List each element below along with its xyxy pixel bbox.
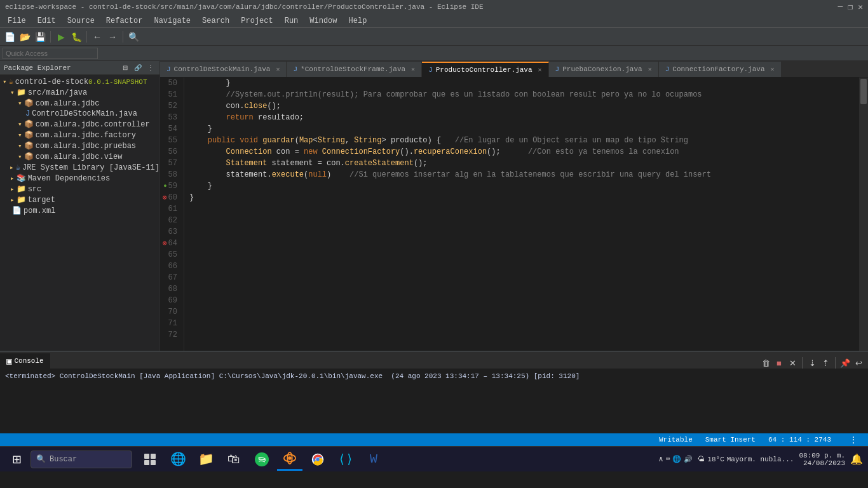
- editor-tabs-bar: J ControlDeStockMain.java ✕ J *ControlDe…: [160, 61, 868, 78]
- panel-menu-button[interactable]: ⋮: [146, 63, 156, 73]
- toolbar-sep-3: [123, 31, 123, 43]
- tab-close-prueba[interactable]: ✕: [648, 65, 652, 73]
- tab-control-frame[interactable]: J *ControlDeStockFrame.java ✕: [287, 62, 422, 77]
- tree-item-src-main[interactable]: ▾ 📁 src/main/java: [0, 87, 159, 98]
- title-bar-controls[interactable]: — ❐ ✕: [838, 2, 863, 12]
- editor-scrollbar[interactable]: [859, 78, 868, 351]
- tree-item-pkg-factory[interactable]: ▾ 📦 com.alura.jdbc.factory: [0, 130, 159, 140]
- weather-temp: 🌤 18°C Mayorm. nubla...: [698, 455, 794, 463]
- toolbar-back-button[interactable]: ←: [90, 30, 104, 44]
- status-position: 64 : 114 : 2743: [768, 436, 831, 444]
- tab-connection-factory[interactable]: J ConnectionFactory.java ✕: [659, 62, 782, 77]
- toolbar-debug-button[interactable]: 🐛: [69, 30, 83, 44]
- taskbar-explorer-icon[interactable]: 📁: [193, 448, 219, 471]
- tab-close-controller[interactable]: ✕: [538, 66, 542, 74]
- taskbar-spotify-icon[interactable]: [249, 448, 275, 471]
- package-tree: ▾ ☕ control-de-stock 0.0.1-SNAPSHOT ▾ 📁 …: [0, 75, 159, 351]
- weather-icon: 🌤: [698, 455, 705, 463]
- tree-item-jre[interactable]: ▸ ☕ JRE System Library [JavaSE-11]: [0, 162, 159, 173]
- taskbar-edge-icon[interactable]: 🌐: [165, 448, 191, 471]
- status-menu-button[interactable]: ⋮: [849, 435, 858, 445]
- code-line-53: con.close();: [189, 100, 854, 112]
- collapse-all-button[interactable]: ⊟: [120, 63, 130, 73]
- menu-window[interactable]: Window: [304, 15, 342, 27]
- tree-item-pkg-view[interactable]: ▾ 📦 com.alura.jdbc.view: [0, 151, 159, 162]
- menu-run[interactable]: Run: [280, 15, 304, 27]
- tree-item-pkg-controller[interactable]: ▾ 📦 com.alura.jdbc.controller: [0, 119, 159, 130]
- taskbar-store-icon[interactable]: 🛍: [221, 448, 247, 471]
- tree-item-maven[interactable]: ▸ 📚 Maven Dependencies: [0, 173, 159, 184]
- notification-icon[interactable]: 🔔: [850, 453, 863, 466]
- tab-close-frame[interactable]: ✕: [411, 65, 415, 73]
- toolbar-sep-1: [50, 31, 51, 43]
- tab-control-main[interactable]: J ControlDeStockMain.java ✕: [160, 62, 287, 77]
- tab-producto-controller[interactable]: J ProductoController.java ✕: [422, 62, 548, 77]
- console-clear-button[interactable]: 🗑: [760, 357, 771, 369]
- menu-source[interactable]: Source: [62, 15, 100, 27]
- quick-access-bar: [0, 46, 868, 61]
- console-pin-button[interactable]: 📌: [839, 357, 851, 369]
- menu-search[interactable]: Search: [197, 15, 234, 27]
- tab-console[interactable]: ▣ Console: [0, 353, 51, 369]
- taskbar-search-icon: 🔍: [36, 454, 46, 464]
- code-line-50: }: [189, 78, 854, 89]
- menu-refactor[interactable]: Refactor: [101, 15, 148, 27]
- bottom-tabs-bar: ▣ Console 🗑 ■ ✕ ⇣ ⇡ 📌 ↩: [0, 352, 868, 369]
- code-line-56: return resultado;: [189, 112, 854, 123]
- console-terminated-text: <terminated> ControlDeStockMain [Java Ap…: [5, 371, 863, 382]
- toolbar-forward-button[interactable]: →: [105, 30, 119, 44]
- toolbar-sep-2: [86, 31, 87, 43]
- menu-help[interactable]: Help: [344, 15, 372, 27]
- minimize-button[interactable]: —: [838, 2, 843, 12]
- code-editor-content[interactable]: } //System.out.println(result); Para com…: [184, 78, 859, 351]
- taskbar-chrome-icon[interactable]: [305, 448, 330, 471]
- tab-close-main[interactable]: ✕: [276, 65, 280, 73]
- tree-item-pkg-jdbc[interactable]: ▾ 📦 com.alura.jdbc: [0, 98, 159, 109]
- toolbar-save-button[interactable]: 💾: [33, 30, 47, 44]
- tray-keyboard-icon: ⌨: [666, 455, 670, 463]
- console-scroll-start-button[interactable]: ⇡: [820, 357, 831, 369]
- tree-item-file-main[interactable]: J ControlDeStockMain.java: [0, 109, 159, 119]
- main-layout: Package Explorer ⊟ 🔗 ⋮ ▾ ☕ control-de-st…: [0, 61, 868, 351]
- toolbar-new-button[interactable]: 📄: [3, 30, 17, 44]
- toolbar-run-button[interactable]: ▶: [54, 30, 68, 44]
- tray-chevron-icon[interactable]: ∧: [658, 454, 663, 464]
- menu-project[interactable]: Project: [236, 15, 278, 27]
- tab-close-factory[interactable]: ✕: [771, 65, 775, 73]
- tree-item-pom[interactable]: 📄 pom.xml: [0, 205, 159, 216]
- taskbar-word-icon[interactable]: W: [361, 448, 386, 471]
- line-number-gutter: 50 51 52 53 54 55 56 57 58 ● 59: [160, 78, 184, 351]
- svg-rect-3: [151, 460, 156, 465]
- menu-navigate[interactable]: Navigate: [149, 15, 196, 27]
- tree-item-target[interactable]: ▸ 📁 target: [0, 194, 159, 205]
- tree-item-pkg-pruebas[interactable]: ▾ 📦 com.alura.jdbc.pruebas: [0, 140, 159, 151]
- toolbar-search-button[interactable]: 🔍: [126, 30, 140, 44]
- svg-point-7: [288, 456, 292, 460]
- taskbar-app7-icon[interactable]: ⟨⟩: [333, 448, 358, 471]
- toolbar-open-button[interactable]: 📂: [18, 30, 32, 44]
- package-explorer-title: Package Explorer: [4, 64, 71, 72]
- system-tray: ∧ ⌨ 🌐 🔊 🌤 18°C Mayorm. nubla... 08:09 p.…: [658, 452, 863, 467]
- system-clock[interactable]: 08:09 p. m. 24/08/2023: [799, 452, 845, 467]
- close-button[interactable]: ✕: [858, 2, 863, 12]
- quick-access-input[interactable]: [3, 48, 98, 59]
- console-word-wrap-button[interactable]: ↩: [853, 357, 864, 369]
- menu-file[interactable]: File: [3, 15, 31, 27]
- console-scroll-end-button[interactable]: ⇣: [806, 357, 818, 369]
- menu-edit[interactable]: Edit: [32, 15, 61, 27]
- tab-prueba-conexion[interactable]: J PruebaConexion.java ✕: [549, 62, 659, 77]
- taskbar-eclipse-icon[interactable]: [277, 448, 302, 471]
- taskbar-search-bar[interactable]: 🔍 Buscar: [31, 451, 132, 468]
- svg-rect-0: [144, 454, 149, 459]
- taskbar-search-label[interactable]: Buscar: [50, 455, 77, 464]
- tree-item-src[interactable]: ▸ 📁 src: [0, 184, 159, 194]
- tree-item-project[interactable]: ▾ ☕ control-de-stock 0.0.1-SNAPSHOT: [0, 76, 159, 87]
- maximize-button[interactable]: ❐: [848, 2, 853, 12]
- console-close-button[interactable]: ✕: [787, 357, 798, 369]
- toolbar: 📄 📂 💾 ▶ 🐛 ← → 🔍: [0, 28, 868, 46]
- console-stop-button[interactable]: ■: [773, 357, 785, 369]
- start-button[interactable]: ⊞: [5, 448, 28, 471]
- link-editor-button[interactable]: 🔗: [133, 63, 143, 73]
- taskbar-task-view[interactable]: [137, 448, 163, 471]
- code-line-57: }: [189, 123, 854, 135]
